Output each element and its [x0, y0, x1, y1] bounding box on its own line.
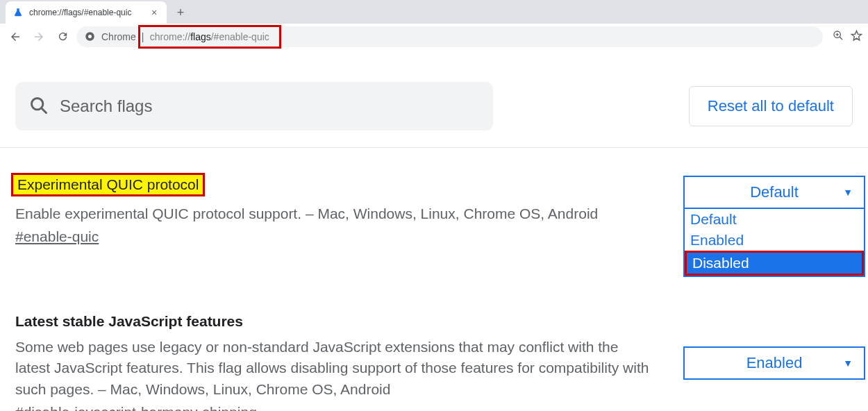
chrome-icon	[85, 31, 96, 42]
dropdown-option-default[interactable]: Default	[685, 209, 864, 230]
forward-button[interactable]	[29, 27, 49, 47]
back-button[interactable]	[6, 27, 25, 47]
flag-select[interactable]: Default ▼	[683, 176, 865, 209]
flags-list: Experimental QUIC protocol Enable experi…	[0, 148, 868, 411]
tab-strip: chrome://flags/#enable-quic × +	[0, 0, 868, 24]
url-text: chrome://flags/#enable-quic	[150, 31, 269, 42]
tab-title: chrome://flags/#enable-quic	[29, 8, 146, 17]
browser-toolbar: Chrome | chrome://flags/#enable-quic	[0, 24, 868, 50]
address-bar[interactable]: Chrome | chrome://flags/#enable-quic	[76, 26, 823, 47]
svg-point-1	[88, 35, 92, 38]
url-scheme: chrome://	[150, 31, 190, 42]
flag-description: Some web pages use legacy or non-standar…	[15, 337, 656, 400]
select-value: Default	[750, 183, 799, 201]
flag-item: Latest stable JavaScript features Some w…	[15, 313, 853, 411]
flag-hash-link[interactable]: #disable-javascript-harmony-shipping	[15, 404, 257, 411]
svg-point-6	[32, 98, 43, 109]
dropdown-list: Default Enabled Disabled	[683, 209, 865, 277]
flag-title: Latest stable JavaScript features	[15, 313, 243, 330]
search-box[interactable]	[15, 82, 493, 131]
close-icon[interactable]: ×	[151, 7, 160, 18]
flag-select[interactable]: Enabled ▼	[683, 346, 865, 380]
url-path: /#enable-quic	[211, 31, 269, 42]
chevron-down-icon: ▼	[843, 358, 853, 369]
security-label: Chrome	[101, 31, 136, 42]
flag-control: Enabled ▼	[683, 313, 865, 411]
chevron-down-icon: ▼	[843, 187, 853, 198]
search-row: Reset all to default	[0, 50, 868, 148]
flag-title: Experimental QUIC protocol	[11, 173, 205, 196]
flag-description: Enable experimental QUIC protocol suppor…	[15, 203, 656, 224]
select-value: Enabled	[746, 354, 803, 372]
flag-control: Default ▼ Default Enabled Disabled	[683, 173, 865, 277]
svg-line-3	[840, 37, 842, 40]
flag-item: Experimental QUIC protocol Enable experi…	[15, 173, 853, 277]
search-input[interactable]	[60, 97, 479, 116]
flag-hash-link[interactable]: #enable-quic	[15, 228, 99, 245]
zoom-icon[interactable]	[833, 30, 844, 43]
flask-icon	[12, 7, 24, 18]
bookmark-icon[interactable]	[851, 30, 862, 44]
reset-button[interactable]: Reset all to default	[689, 86, 853, 126]
browser-tab[interactable]: chrome://flags/#enable-quic ×	[6, 1, 167, 24]
dropdown-option-enabled[interactable]: Enabled	[685, 230, 864, 251]
dropdown-option-disabled[interactable]: Disabled	[685, 251, 864, 276]
svg-line-7	[42, 108, 47, 112]
divider: |	[142, 31, 144, 42]
flags-page: Reset all to default Experimental QUIC p…	[0, 50, 868, 411]
search-icon	[29, 96, 49, 117]
new-tab-button[interactable]: +	[171, 3, 190, 22]
reload-button[interactable]	[53, 27, 72, 47]
url-host: flags	[190, 31, 211, 42]
